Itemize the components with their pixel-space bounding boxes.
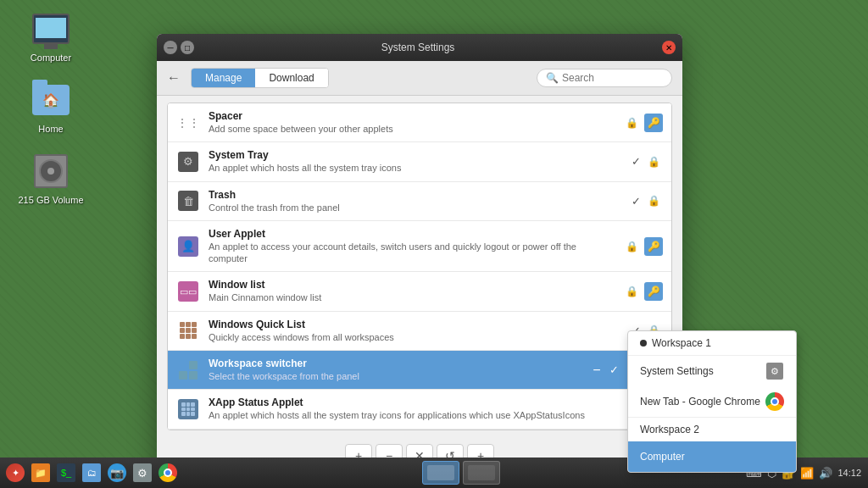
applet-item-system-tray[interactable]: ⚙ System Tray An applet which hosts all … [168, 142, 671, 181]
taskbar-left: ✦ 📁 $_ 🗂 📷 ⚙ [0, 461, 183, 485]
tab-manage[interactable]: Manage [192, 69, 255, 87]
taskbar-chrome[interactable] [156, 461, 180, 485]
applet-item-window-list[interactable]: ▭▭ Window list Main Cinnamon window list… [168, 272, 671, 311]
applet-name-xapp: XApp Status Applet [209, 396, 625, 408]
applet-desc-system-tray: An applet which hosts all the system tra… [209, 162, 625, 174]
window-title: System Settings [194, 42, 642, 53]
context-label-computer: Computer [640, 451, 685, 463]
applet-name-user: User Applet [209, 228, 615, 240]
taskbar-file-manager[interactable]: 🗂 [80, 461, 103, 485]
applet-desc-spacer: Add some space between your other applet… [209, 123, 615, 135]
search-input[interactable] [562, 72, 672, 84]
user-applet-icon: 👤 [176, 235, 200, 258]
system-settings-context-icon: ⚙ [765, 362, 784, 380]
applet-name-trash: Trash [209, 189, 625, 201]
context-label-workspace1: Workspace 1 [652, 337, 711, 349]
taskbar-files[interactable]: 📁 [29, 461, 53, 485]
context-item-system-settings[interactable]: System Settings ⚙ [628, 356, 796, 386]
taskbar-camera[interactable]: 📷 [105, 461, 129, 485]
workspace1-dot [640, 340, 647, 347]
taskbar-cinnamon-menu[interactable]: ✦ [3, 461, 27, 485]
applet-desc-windows-quick-list: Quickly access windows from all workspac… [209, 331, 625, 343]
tray-icon-wifi: 📶 [800, 467, 814, 480]
context-label-system-settings: System Settings [640, 365, 714, 377]
workspace-switcher-icon [176, 358, 200, 382]
taskbar-window-other[interactable] [463, 461, 500, 485]
desktop-icon-computer-label: Computer [31, 53, 71, 63]
context-item-workspace1[interactable]: Workspace 1 [628, 331, 796, 355]
lock-icon-spacer: 🔒 [622, 114, 641, 132]
lock-icon-system-tray: 🔒 [644, 152, 663, 171]
desktop-icon-computer[interactable]: Computer [17, 8, 85, 63]
applet-desc-trash: Control the trash from the panel [209, 202, 625, 214]
context-menu: Workspace 1 System Settings ⚙ New Tab - … [627, 330, 797, 473]
check-trash: ✓ [632, 195, 641, 208]
taskbar-settings[interactable]: ⚙ [131, 461, 154, 485]
context-label-workspace2: Workspace 2 [640, 424, 699, 435]
context-item-computer[interactable]: Computer [628, 441, 796, 472]
applet-item-xapp-status[interactable]: XApp Status Applet An applet which hosts… [168, 390, 671, 429]
applet-name-workspace-switcher: Workspace switcher [209, 358, 581, 369]
applet-desc-workspace-switcher: Select the workspace from the panel [209, 370, 581, 382]
tab-download[interactable]: Download [255, 69, 327, 87]
window-controls: ─ □ [164, 41, 194, 54]
system-settings-window: ─ □ System Settings ✕ ← Manage Download … [157, 34, 682, 474]
desktop-icon-home-label: Home [38, 124, 63, 134]
applet-item-trash[interactable]: 🗑 Trash Control the trash from the panel… [168, 182, 671, 221]
applet-item-workspace-switcher[interactable]: Workspace switcher Select the workspace … [168, 351, 671, 390]
minus-icon-workspace[interactable]: − [587, 361, 606, 380]
tab-group: Manage Download [191, 68, 329, 88]
window-minimize-button[interactable]: ─ [164, 41, 177, 54]
computer-context-icon [765, 447, 784, 466]
lock-icon-window-list: 🔒 [622, 282, 641, 301]
applet-name-windows-quick-list: Windows Quick List [209, 319, 625, 330]
applet-list-container: ⋮⋮ Spacer Add some space between your ot… [167, 103, 672, 430]
lock-icon-user: 🔒 [622, 237, 641, 256]
key-icon-user[interactable]: 🔑 [644, 237, 663, 256]
spacer-icon: ⋮⋮ [176, 111, 200, 135]
applet-list: ⋮⋮ Spacer Add some space between your ot… [168, 103, 671, 430]
desktop-icon-home[interactable]: 🏠 Home [17, 80, 85, 134]
desktop-icon-volume[interactable]: 215 GB Volume [17, 151, 85, 205]
taskbar-terminal[interactable]: $_ [54, 461, 78, 485]
xapp-status-icon [176, 397, 200, 421]
key-icon-window-list[interactable]: 🔑 [644, 282, 663, 301]
applet-name-system-tray: System Tray [209, 149, 625, 161]
chrome-context-icon [765, 392, 784, 411]
system-tray-icon: ⚙ [176, 150, 200, 174]
applet-desc-xapp: An applet which hosts all the system tra… [209, 409, 625, 421]
lock-icon-trash: 🔒 [644, 191, 663, 210]
desktop-icons: Computer 🏠 Home 215 GB Volume [17, 8, 85, 205]
window-list-icon: ▭▭ [176, 280, 200, 303]
system-clock: 14:12 [837, 467, 861, 479]
applet-name-spacer: Spacer [209, 110, 615, 122]
context-label-chrome: New Tab - Google Chrome [640, 396, 760, 408]
applet-name-window-list: Window list [209, 279, 615, 291]
window-close-button[interactable]: ✕ [662, 41, 676, 54]
check-system-tray: ✓ [632, 155, 641, 168]
window-titlebar: ─ □ System Settings ✕ [157, 34, 682, 61]
applet-item-user-applet[interactable]: 👤 User Applet An applet to access your a… [168, 221, 671, 273]
applet-item-windows-quick-list[interactable]: Windows Quick List Quickly access window… [168, 312, 671, 351]
window-toolbar: ← Manage Download 🔍 [157, 61, 682, 96]
context-item-chrome[interactable]: New Tab - Google Chrome [628, 386, 796, 417]
desktop-icon-volume-label: 215 GB Volume [18, 195, 83, 205]
key-icon-spacer[interactable]: 🔑 [644, 114, 663, 132]
taskbar-window-system-settings[interactable] [422, 461, 459, 485]
context-item-workspace2[interactable]: Workspace 2 [628, 418, 796, 441]
search-box: 🔍 [537, 69, 672, 87]
window-maximize-button[interactable]: □ [181, 41, 194, 54]
applet-desc-user: An applet to access your account details… [209, 241, 615, 265]
applet-desc-window-list: Main Cinnamon window list [209, 291, 615, 303]
applet-item-spacer[interactable]: ⋮⋮ Spacer Add some space between your ot… [168, 103, 671, 142]
search-icon: 🔍 [546, 72, 559, 84]
back-button[interactable]: ← [167, 70, 181, 86]
tray-icon-volume: 🔊 [819, 467, 832, 480]
trash-applet-icon: 🗑 [176, 189, 200, 213]
check-workspace-switcher: ✓ [609, 363, 619, 376]
windows-quick-list-icon [176, 319, 200, 342]
